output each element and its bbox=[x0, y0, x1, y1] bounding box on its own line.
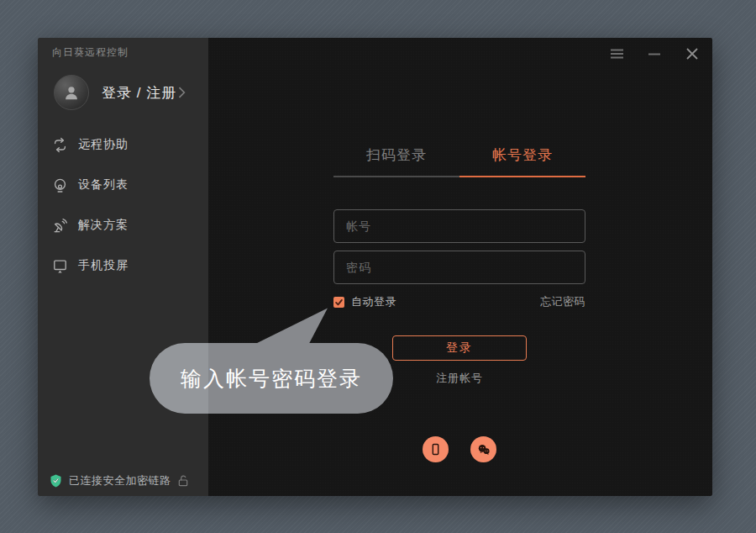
sidebar-item-solutions[interactable]: 解决方案 bbox=[38, 205, 208, 245]
sidebar-item-label: 解决方案 bbox=[78, 218, 129, 233]
login-tabs: 扫码登录 帐号登录 bbox=[333, 145, 585, 177]
auto-login-checkbox[interactable] bbox=[333, 297, 344, 308]
account-input[interactable] bbox=[333, 209, 585, 243]
minimize-icon[interactable] bbox=[648, 46, 661, 61]
user-icon bbox=[62, 83, 81, 102]
login-panel: 扫码登录 帐号登录 自动登录 忘记密码 登录 注册帐号 bbox=[333, 145, 585, 462]
connection-status: 已连接安全加密链路 bbox=[49, 472, 190, 489]
menu-icon[interactable] bbox=[610, 46, 623, 61]
sidebar-nav: 远程协助 设备列表 bbox=[38, 124, 208, 286]
screen-cast-icon bbox=[52, 258, 68, 274]
chevron-right-icon bbox=[173, 84, 190, 101]
close-icon[interactable] bbox=[685, 46, 699, 61]
remote-assist-icon bbox=[52, 137, 68, 153]
sidebar-item-label: 手机投屏 bbox=[78, 258, 129, 273]
main-panel: 扫码登录 帐号登录 自动登录 忘记密码 登录 注册帐号 bbox=[208, 38, 712, 496]
app-title: 向日葵远程控制 bbox=[52, 45, 129, 60]
sidebar-item-remote-assist[interactable]: 远程协助 bbox=[38, 124, 208, 165]
mobile-phone-icon bbox=[428, 442, 443, 456]
tab-account-login[interactable]: 帐号登录 bbox=[459, 145, 585, 177]
tooltip-text: 输入帐号密码登录 bbox=[181, 365, 362, 393]
forgot-password-link[interactable]: 忘记密码 bbox=[540, 294, 585, 309]
shield-check-icon bbox=[49, 473, 63, 488]
device-list-icon bbox=[52, 177, 68, 193]
app-window: 向日葵远程控制 登录 / 注册 远程协 bbox=[38, 38, 712, 496]
sidebar-item-device-list[interactable]: 设备列表 bbox=[38, 165, 208, 205]
tooltip-bubble: 输入帐号密码登录 bbox=[150, 343, 393, 414]
sidebar-item-screen-cast[interactable]: 手机投屏 bbox=[38, 245, 208, 286]
login-register-label: 登录 / 注册 bbox=[102, 83, 176, 103]
avatar bbox=[54, 75, 89, 110]
account-login-row[interactable]: 登录 / 注册 bbox=[54, 75, 200, 110]
lock-open-icon bbox=[176, 474, 190, 488]
status-text: 已连接安全加密链路 bbox=[69, 473, 171, 488]
password-input[interactable] bbox=[333, 251, 585, 284]
social-login-row bbox=[333, 436, 585, 462]
checkmark-icon bbox=[334, 298, 344, 307]
solutions-icon bbox=[52, 218, 68, 234]
sidebar-item-label: 远程协助 bbox=[78, 137, 129, 152]
wechat-icon bbox=[476, 442, 491, 457]
sidebar: 向日葵远程控制 登录 / 注册 远程协 bbox=[38, 38, 208, 496]
mobile-phone-login-button[interactable] bbox=[423, 436, 449, 462]
auto-login-label: 自动登录 bbox=[351, 294, 396, 309]
login-button[interactable]: 登录 bbox=[392, 335, 527, 361]
sidebar-item-label: 设备列表 bbox=[78, 177, 129, 193]
tab-scan-login[interactable]: 扫码登录 bbox=[333, 145, 459, 177]
wechat-login-button[interactable] bbox=[470, 436, 496, 462]
login-options-row: 自动登录 忘记密码 bbox=[333, 294, 585, 309]
window-controls bbox=[610, 46, 699, 61]
